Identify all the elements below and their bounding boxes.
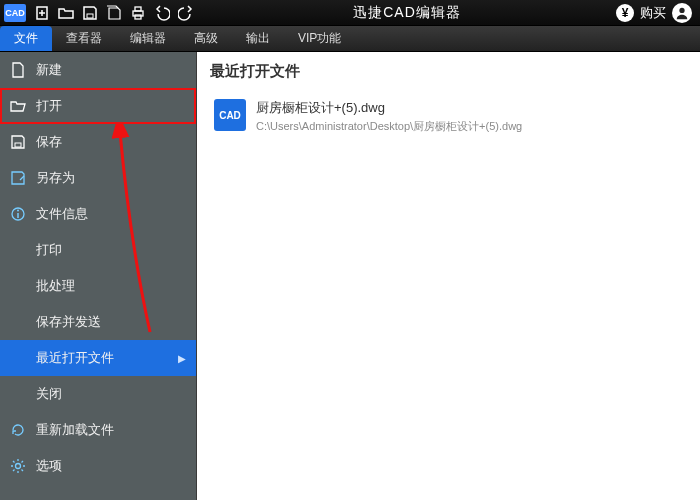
sidebar-item-label: 保存并发送 bbox=[36, 313, 101, 331]
save-icon[interactable] bbox=[78, 1, 102, 25]
sidebar-item-label: 最近打开文件 bbox=[36, 349, 114, 367]
recent-file-name: 厨房橱柜设计+(5).dwg bbox=[256, 99, 522, 117]
svg-rect-6 bbox=[135, 15, 141, 19]
chevron-right-icon: ▶ bbox=[178, 353, 186, 364]
new-file-icon[interactable] bbox=[30, 1, 54, 25]
sidebar-item-8[interactable]: 最近打开文件▶ bbox=[0, 340, 196, 376]
reload-icon bbox=[10, 422, 26, 438]
svg-rect-5 bbox=[135, 7, 141, 11]
redo-icon[interactable] bbox=[174, 1, 198, 25]
sidebar-item-2[interactable]: 保存 bbox=[0, 124, 196, 160]
none-icon bbox=[10, 242, 26, 258]
sidebar-item-7[interactable]: 保存并发送 bbox=[0, 304, 196, 340]
sidebar-item-9[interactable]: 关闭 bbox=[0, 376, 196, 412]
sidebar-item-label: 保存 bbox=[36, 133, 62, 151]
menu-tab-4[interactable]: 输出 bbox=[232, 26, 284, 51]
app-logo: CAD bbox=[4, 4, 26, 22]
user-avatar-icon[interactable] bbox=[672, 3, 692, 23]
sidebar-item-11[interactable]: 选项 bbox=[0, 448, 196, 484]
menu-tab-1[interactable]: 查看器 bbox=[52, 26, 116, 51]
save-all-icon[interactable] bbox=[102, 1, 126, 25]
sidebar-item-10[interactable]: 重新加载文件 bbox=[0, 412, 196, 448]
sidebar-item-4[interactable]: 文件信息 bbox=[0, 196, 196, 232]
sidebar-item-label: 文件信息 bbox=[36, 205, 88, 223]
app-title: 迅捷CAD编辑器 bbox=[198, 4, 616, 22]
cad-file-icon: CAD bbox=[214, 99, 246, 131]
sidebar-item-label: 新建 bbox=[36, 61, 62, 79]
recent-files-title: 最近打开文件 bbox=[210, 62, 686, 81]
folder-open-icon bbox=[10, 98, 26, 114]
print-icon[interactable] bbox=[126, 1, 150, 25]
sidebar-item-label: 重新加载文件 bbox=[36, 421, 114, 439]
sidebar-item-label: 另存为 bbox=[36, 169, 75, 187]
menu-tab-5[interactable]: VIP功能 bbox=[284, 26, 355, 51]
file-icon bbox=[10, 62, 26, 78]
file-menu-sidebar: 新建打开保存另存为文件信息打印批处理保存并发送最近打开文件▶关闭重新加载文件选项 bbox=[0, 52, 196, 500]
sidebar-item-6[interactable]: 批处理 bbox=[0, 268, 196, 304]
sidebar-item-3[interactable]: 另存为 bbox=[0, 160, 196, 196]
undo-icon[interactable] bbox=[150, 1, 174, 25]
sidebar-item-0[interactable]: 新建 bbox=[0, 52, 196, 88]
title-bar: CAD 迅捷CAD编辑器 ¥ 购买 bbox=[0, 0, 700, 26]
gear-icon bbox=[10, 458, 26, 474]
currency-icon: ¥ bbox=[616, 4, 634, 22]
none-icon bbox=[10, 386, 26, 402]
svg-point-7 bbox=[679, 7, 684, 12]
sidebar-item-5[interactable]: 打印 bbox=[0, 232, 196, 268]
open-file-icon[interactable] bbox=[54, 1, 78, 25]
main-panel: 最近打开文件 CAD厨房橱柜设计+(5).dwgC:\Users\Adminis… bbox=[196, 52, 700, 500]
menu-bar: 文件查看器编辑器高级输出VIP功能 bbox=[0, 26, 700, 52]
recent-file-item[interactable]: CAD厨房橱柜设计+(5).dwgC:\Users\Administrator\… bbox=[210, 95, 686, 138]
sidebar-item-label: 打印 bbox=[36, 241, 62, 259]
recent-file-path: C:\Users\Administrator\Desktop\厨房橱柜设计+(5… bbox=[256, 119, 522, 134]
svg-rect-8 bbox=[15, 143, 21, 147]
none-icon bbox=[10, 314, 26, 330]
svg-point-11 bbox=[17, 210, 19, 212]
save-icon bbox=[10, 134, 26, 150]
save-as-icon bbox=[10, 170, 26, 186]
svg-point-12 bbox=[16, 464, 21, 469]
info-icon bbox=[10, 206, 26, 222]
sidebar-item-label: 批处理 bbox=[36, 277, 75, 295]
sidebar-item-1[interactable]: 打开 bbox=[0, 88, 196, 124]
sidebar-item-label: 打开 bbox=[36, 97, 62, 115]
sidebar-item-label: 关闭 bbox=[36, 385, 62, 403]
svg-rect-3 bbox=[87, 14, 93, 18]
none-icon bbox=[10, 278, 26, 294]
sidebar-item-label: 选项 bbox=[36, 457, 62, 475]
menu-tab-0[interactable]: 文件 bbox=[0, 26, 52, 51]
none-icon bbox=[10, 350, 26, 366]
menu-tab-2[interactable]: 编辑器 bbox=[116, 26, 180, 51]
menu-tab-3[interactable]: 高级 bbox=[180, 26, 232, 51]
buy-button[interactable]: 购买 bbox=[640, 4, 666, 22]
